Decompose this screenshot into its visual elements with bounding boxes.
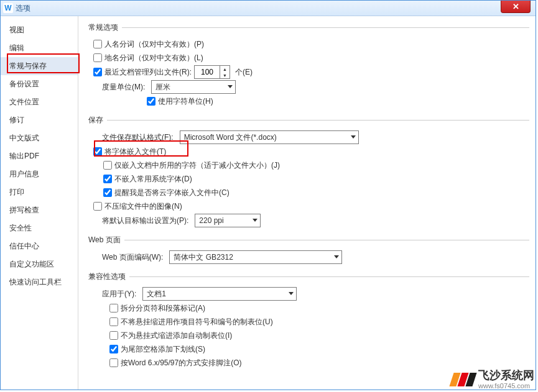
spinner-down-icon[interactable] — [220, 72, 230, 78]
close-button[interactable]: ✕ — [501, 0, 531, 13]
sidebar-item-user-info[interactable]: 用户信息 — [1, 165, 78, 183]
checkbox-no-compress-img[interactable] — [93, 202, 102, 211]
checkbox-recent-docs[interactable] — [93, 68, 102, 76]
titlebar: W 选项 ✕ — [1, 1, 536, 16]
select-save-format[interactable]: Microsoft Word 文件(*.docx) — [180, 130, 359, 144]
sidebar-item-quick-access[interactable]: 快速访问工具栏 — [1, 273, 78, 291]
label-compat-0: 拆分分页符和段落标记(A) — [121, 302, 205, 314]
sidebar-item-revision[interactable]: 修订 — [1, 111, 78, 129]
label-char-unit: 使用字符单位(H) — [158, 95, 213, 107]
label-recent-docs-unit: 个(E) — [235, 66, 253, 78]
select-target-output[interactable]: 220 ppi — [195, 214, 261, 227]
label-compat-2: 不为悬挂式缩进添加自动制表位(I) — [121, 329, 232, 342]
group-general-legend: 常规选项 — [85, 22, 122, 33]
group-web-legend: Web 页面 — [85, 235, 124, 245]
group-compat-legend: 兼容性选项 — [85, 271, 129, 282]
app-icon: W — [3, 3, 13, 13]
label-unit: 度量单位(M): — [102, 81, 145, 93]
checkbox-place-split[interactable] — [93, 53, 102, 62]
label-no-compress-img: 不压缩文件中的图像(N) — [104, 200, 182, 212]
label-recent-docs: 最近文档管理列出文件(R): — [104, 66, 192, 78]
sidebar-item-customize-ribbon[interactable]: 自定义功能区 — [1, 255, 78, 273]
sidebar-item-security[interactable]: 安全性 — [1, 219, 78, 237]
checkbox-compat-1[interactable] — [109, 317, 118, 326]
label-no-common-fonts: 不嵌入常用系统字体(D) — [114, 173, 192, 185]
checkbox-compat-0[interactable] — [109, 304, 118, 312]
label-compat-4: 按Word 6.x/95/97的方式安排脚注(O) — [121, 357, 241, 369]
spinner-up-icon[interactable] — [220, 66, 230, 72]
checkbox-compat-3[interactable] — [109, 345, 118, 353]
label-compat-apply: 应用于(Y): — [102, 288, 136, 300]
checkbox-no-common-fonts[interactable] — [103, 175, 112, 183]
sidebar-item-file-location[interactable]: 文件位置 — [1, 93, 78, 111]
sidebar: 视图 编辑 常规与保存 备份设置 文件位置 修订 中文版式 输出PDF 用户信息… — [1, 16, 78, 390]
checkbox-compat-2[interactable] — [109, 331, 118, 340]
label-web-encoding: Web 页面编码(W): — [102, 251, 163, 263]
sidebar-item-spellcheck[interactable]: 拼写检查 — [1, 201, 78, 219]
checkbox-embed-fonts[interactable] — [93, 147, 102, 156]
window-title: 选项 — [16, 3, 30, 14]
label-save-format: 文件保存默认格式(F): — [102, 131, 174, 144]
select-compat-apply[interactable]: 文档1 — [142, 287, 297, 301]
spinner-recent-docs[interactable] — [194, 65, 230, 79]
checkbox-name-split[interactable] — [93, 40, 102, 48]
group-save-legend: 保存 — [85, 115, 107, 125]
checkbox-char-unit[interactable] — [147, 97, 155, 106]
sidebar-item-cn-layout[interactable]: 中文版式 — [1, 129, 78, 147]
group-web: Web 页面 Web 页面编码(W): 简体中文 GB2312 — [85, 235, 529, 265]
group-general: 常规选项 人名分词（仅对中文有效）(P) 地名分词（仅对中文有效）(L) 最近文… — [85, 22, 529, 109]
sidebar-item-output-pdf[interactable]: 输出PDF — [1, 147, 78, 165]
sidebar-item-backup[interactable]: 备份设置 — [1, 75, 78, 93]
input-recent-docs[interactable] — [195, 66, 220, 78]
select-unit[interactable]: 厘米 — [151, 80, 236, 94]
sidebar-item-edit[interactable]: 编辑 — [1, 39, 78, 57]
content-panel: 常规选项 人名分词（仅对中文有效）(P) 地名分词（仅对中文有效）(L) 最近文… — [78, 16, 536, 390]
label-embed-used-only: 仅嵌入文档中所用的字符（适于减小文件大小）(J) — [114, 159, 280, 171]
label-embed-fonts: 将字体嵌入文件(T) — [104, 145, 166, 158]
group-compat: 兼容性选项 应用于(Y): 文档1 拆分分页符和段落标记(A) 不将悬挂缩进用作… — [85, 271, 529, 370]
label-cloud-font-prompt: 提醒我是否将云字体嵌入文件中(C) — [114, 186, 230, 199]
checkbox-embed-used-only[interactable] — [103, 161, 112, 170]
sidebar-item-view[interactable]: 视图 — [1, 21, 78, 39]
label-name-split: 人名分词（仅对中文有效）(P) — [104, 38, 204, 50]
select-web-encoding[interactable]: 简体中文 GB2312 — [169, 250, 342, 264]
sidebar-item-trust-center[interactable]: 信任中心 — [1, 237, 78, 255]
label-compat-3: 为尾部空格添加下划线(S) — [121, 343, 205, 355]
sidebar-item-print[interactable]: 打印 — [1, 183, 78, 201]
group-save: 保存 文件保存默认格式(F): Microsoft Word 文件(*.docx… — [85, 115, 529, 229]
label-compat-1: 不将悬挂缩进用作项目符号和编号的制表位(U) — [121, 316, 273, 328]
sidebar-item-general-save[interactable]: 常规与保存 — [1, 57, 78, 75]
label-target-output: 将默认目标输出设置为(P): — [102, 214, 188, 227]
checkbox-compat-4[interactable] — [109, 358, 118, 367]
label-place-split: 地名分词（仅对中文有效）(L) — [104, 52, 203, 64]
checkbox-cloud-font-prompt[interactable] — [103, 188, 112, 197]
